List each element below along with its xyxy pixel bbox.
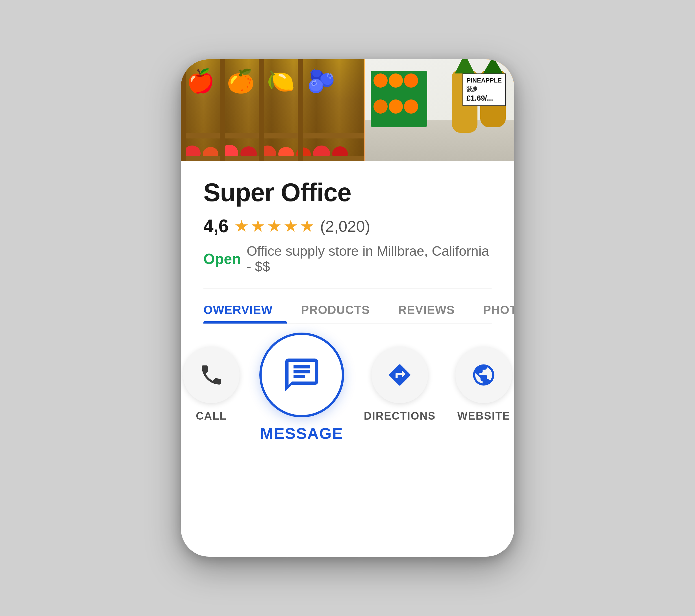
directions-label: DIRECTIONS — [364, 410, 436, 422]
photo-right[interactable]: PINEAPPLE 菠萝 £1.69/... — [364, 59, 514, 161]
star-2: ★ — [251, 216, 265, 236]
globe-icon — [471, 362, 496, 388]
card-wrapper: PINEAPPLE 菠萝 £1.69/... Super Office 4,6 … — [164, 39, 531, 577]
photo-strip[interactable]: PINEAPPLE 菠萝 £1.69/... — [181, 59, 514, 161]
message-button[interactable] — [259, 333, 344, 417]
price-tag-price: £1.69/... — [467, 93, 502, 103]
tabs-nav: OWERVIEW PRODUCTS REVIEWS PHOTOS AVIS — [203, 298, 492, 322]
actions-row: CALL MESSAGE — [203, 347, 492, 443]
stars: ★ ★ ★ ★ ★ — [234, 216, 315, 236]
star-5: ★ — [300, 216, 315, 236]
call-button[interactable] — [183, 347, 240, 403]
info-section: Super Office 4,6 ★ ★ ★ ★ ★ (2,020) Open … — [181, 161, 514, 557]
star-3: ★ — [267, 216, 282, 236]
message-action[interactable]: MESSAGE — [259, 333, 344, 443]
website-label: WEBSITE — [457, 410, 510, 422]
star-4: ★ — [283, 216, 298, 236]
directions-icon — [387, 362, 412, 388]
star-1: ★ — [234, 216, 249, 236]
top-divider — [203, 288, 492, 289]
call-action[interactable]: CALL — [183, 347, 240, 422]
business-card: PINEAPPLE 菠萝 £1.69/... Super Office 4,6 … — [181, 59, 514, 557]
tab-overview[interactable]: OWERVIEW — [203, 298, 287, 322]
rating-row: 4,6 ★ ★ ★ ★ ★ (2,020) — [203, 216, 492, 236]
directions-button[interactable] — [372, 347, 428, 403]
store-description: Office supply store in Millbrae, Califor… — [247, 243, 492, 274]
tab-reviews[interactable]: REVIEWS — [384, 298, 469, 322]
message-icon — [282, 355, 322, 395]
rating-number: 4,6 — [203, 216, 228, 236]
review-count: (2,020) — [320, 217, 370, 235]
price-tag: PINEAPPLE 菠萝 £1.69/... — [462, 73, 506, 106]
open-status: Open — [203, 250, 241, 267]
price-tag-chinese: 菠萝 — [467, 85, 502, 93]
website-action[interactable]: WEBSITE — [455, 347, 512, 422]
tabs-divider — [203, 323, 492, 324]
website-button[interactable] — [455, 347, 512, 403]
message-label: MESSAGE — [260, 424, 343, 443]
store-name: Super Office — [203, 178, 492, 207]
tab-products[interactable]: PRODUCTS — [287, 298, 384, 322]
photo-left[interactable] — [181, 59, 364, 161]
price-tag-item: PINEAPPLE — [467, 76, 502, 85]
status-row: Open Office supply store in Millbrae, Ca… — [203, 243, 492, 274]
directions-action[interactable]: DIRECTIONS — [364, 347, 436, 422]
phone-icon — [199, 362, 224, 388]
tab-photos[interactable]: PHOTOS — [469, 298, 514, 322]
call-label: CALL — [196, 410, 226, 422]
